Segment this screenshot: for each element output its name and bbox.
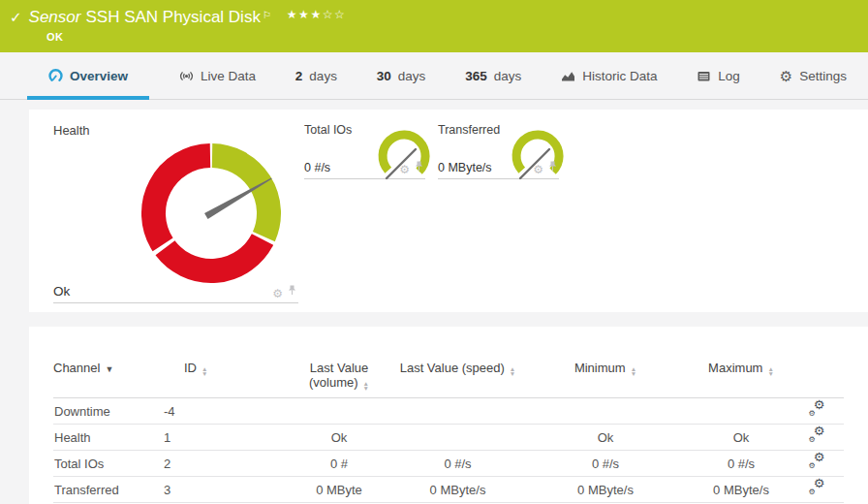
channel-name: Transferred [53, 477, 163, 503]
channel-last-value-speed: 0 MByte/s [397, 477, 518, 503]
stars-empty[interactable]: ☆☆ [323, 8, 347, 21]
channel-last-value-speed: 0 #/s [397, 451, 518, 477]
tab-settings-label: Settings [799, 69, 847, 83]
sort-icon: ▲▼ [510, 367, 515, 376]
status-check-icon: ✓ [10, 9, 22, 25]
channel-name: Health [53, 425, 163, 451]
channel-name: Downtime [53, 398, 163, 425]
channel-table: Channel▼ ID▲▼ Last Value(volume)▲▼ Last … [53, 340, 844, 503]
column-header-id[interactable]: ID▲▼ [163, 340, 281, 398]
tab-log-label: Log [718, 69, 740, 83]
column-header-maximum[interactable]: Maximum▲▼ [693, 340, 790, 398]
table-row-transferred: Transferred 3 0 MByte 0 MByte/s 0 MByte/… [53, 477, 844, 503]
gear-icon: ⚙ [780, 69, 792, 83]
tab-live-data-label: Live Data [201, 69, 256, 83]
gauge-pin-icon[interactable] [288, 282, 296, 299]
tab-bar: Overview Live Data 2 days 30 days 365 da… [0, 52, 868, 100]
column-header-last-value-volume[interactable]: Last Value(volume)▲▼ [281, 340, 397, 398]
tab-live-data[interactable]: Live Data [170, 52, 265, 99]
edit-channel-icon[interactable]: ⚙⚙ [809, 481, 825, 495]
health-gauge-cell: Health Ok ⚙ [53, 123, 298, 303]
edit-channel-icon[interactable]: ⚙⚙ [809, 455, 825, 469]
channel-last-value-volume: 0 MByte [281, 477, 397, 503]
edit-channel-icon[interactable]: ⚙⚙ [809, 428, 825, 443]
sort-icon: ▲▼ [363, 382, 369, 391]
sensor-name: SSH SAN Physical Disk [85, 8, 260, 26]
column-header-edit [790, 340, 844, 398]
total-ios-gauge-cell: Total IOs 0 #/s ⚙ [304, 123, 425, 179]
gauge-pin-icon[interactable] [548, 158, 557, 175]
channel-minimum: 0 #/s [518, 451, 693, 477]
tab-30-days-number: 30 [377, 69, 391, 83]
tab-30-days-label: days [398, 69, 426, 83]
channel-id: 2 [163, 451, 281, 477]
tab-365-days-number: 365 [465, 69, 487, 83]
table-row-health: Health 1 Ok Ok Ok ⚙⚙ [53, 425, 844, 451]
column-header-minimum[interactable]: Minimum▲▼ [518, 340, 693, 398]
sensor-header: ✓SensorSSH SAN Physical Disk⚐★★★☆☆ OK [0, 0, 868, 52]
flag-icon: ⚐ [263, 10, 271, 20]
transferred-gauge-value: 0 MByte/s [438, 161, 492, 174]
channel-maximum [693, 398, 790, 425]
health-gauge-value: Ok [53, 284, 70, 299]
channel-last-value-speed [397, 425, 518, 451]
gauge-settings-gear-icon[interactable]: ⚙ [533, 164, 543, 175]
channel-id: 1 [163, 425, 281, 451]
transferred-gauge-cell: Transferred 0 MByte/s ⚙ [438, 123, 559, 179]
sensor-type-label: Sensor [29, 8, 81, 26]
health-gauge-title: Health [53, 123, 298, 138]
table-header-row: Channel▼ ID▲▼ Last Value(volume)▲▼ Last … [53, 340, 844, 398]
channel-table-panel: Channel▼ ID▲▼ Last Value(volume)▲▼ Last … [29, 327, 868, 504]
tab-365-days-label: days [494, 69, 522, 83]
health-gauge [139, 141, 284, 286]
channel-minimum: 0 MByte/s [518, 477, 693, 503]
channel-name: Total IOs [53, 451, 163, 477]
tab-30-days[interactable]: 30 days [367, 52, 436, 99]
channel-id: -4 [163, 398, 281, 425]
tab-2-days-label: days [309, 69, 337, 83]
tab-365-days[interactable]: 365 days [455, 52, 531, 99]
sensor-title: SensorSSH SAN Physical Disk⚐★★★☆☆ [29, 7, 347, 28]
gauge-settings-gear-icon[interactable]: ⚙ [399, 164, 410, 175]
column-header-last-value-speed[interactable]: Last Value (speed)▲▼ [397, 340, 518, 398]
channel-last-value-volume: Ok [281, 425, 397, 451]
table-row-downtime: Downtime -4 ⚙⚙ [53, 398, 844, 425]
channel-last-value-speed [397, 398, 518, 425]
channel-id: 3 [163, 477, 281, 503]
tab-log[interactable]: Log [687, 52, 750, 99]
column-header-channel[interactable]: Channel▼ [53, 340, 163, 398]
overview-panel: Health Ok ⚙ Total IOs 0 #/s ⚙ Transferre… [29, 110, 868, 312]
table-row-total-ios: Total IOs 2 0 # 0 #/s 0 #/s 0 #/s ⚙⚙ [53, 451, 844, 477]
channel-maximum: Ok [693, 425, 790, 451]
gauge-settings-gear-icon[interactable]: ⚙ [272, 288, 283, 299]
channel-last-value-volume: 0 # [281, 451, 397, 477]
tab-historic-data-label: Historic Data [582, 69, 657, 83]
area-chart-icon [561, 69, 575, 83]
sort-desc-icon: ▼ [105, 364, 113, 374]
tab-2-days[interactable]: 2 days [286, 52, 347, 99]
sort-icon: ▲▼ [767, 367, 773, 376]
tab-overview[interactable]: Overview [27, 52, 149, 99]
broadcast-icon [179, 69, 194, 83]
sort-icon: ▲▼ [631, 367, 636, 376]
sensor-status-badge: OK [46, 31, 868, 43]
gauge-icon [48, 69, 63, 83]
channel-minimum [518, 398, 693, 425]
log-icon [697, 69, 711, 83]
edit-channel-icon[interactable]: ⚙⚙ [809, 402, 825, 417]
channel-maximum: 0 MByte/s [693, 477, 790, 503]
channel-last-value-volume [281, 398, 397, 425]
priority-stars[interactable]: ★★★☆☆ [287, 8, 346, 21]
gauge-pin-icon[interactable] [415, 158, 423, 175]
channel-maximum: 0 #/s [693, 451, 790, 477]
total-ios-gauge-value: 0 #/s [304, 161, 330, 174]
sort-icon: ▲▼ [202, 367, 207, 376]
stars-filled[interactable]: ★★★ [287, 8, 323, 21]
channel-minimum: Ok [518, 425, 693, 451]
tab-overview-label: Overview [70, 69, 128, 83]
tab-historic-data[interactable]: Historic Data [551, 52, 666, 99]
tab-settings[interactable]: ⚙ Settings [770, 52, 856, 99]
tab-2-days-number: 2 [295, 69, 303, 83]
